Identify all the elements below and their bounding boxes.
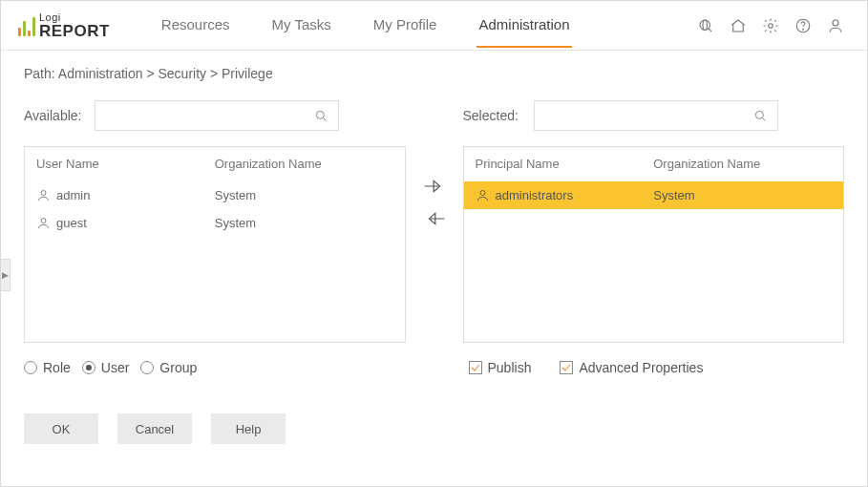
svg-line-1 (709, 29, 711, 32)
search-icon (313, 108, 328, 123)
row-name: admin (56, 188, 90, 202)
move-right-icon[interactable] (423, 177, 446, 196)
selected-search[interactable] (534, 100, 778, 131)
check-advanced-properties[interactable]: Advanced Properties (560, 360, 703, 375)
svg-point-13 (480, 191, 485, 196)
svg-line-8 (324, 118, 327, 121)
available-panel: Available: User Name Organization Name a… (24, 100, 406, 343)
options-row: RoleUserGroup PublishAdvanced Properties (24, 360, 844, 375)
button-row: OK Cancel Help (24, 413, 844, 444)
radio-label: User (101, 360, 130, 375)
person-icon (476, 188, 490, 202)
svg-point-6 (833, 20, 838, 26)
help-button[interactable]: Help (211, 413, 286, 444)
row-org: System (215, 188, 393, 202)
selected-panel: Selected: Principal Name Organization Na… (463, 100, 845, 343)
transfer-buttons (419, 177, 450, 228)
svg-point-11 (755, 111, 763, 118)
nav-resources[interactable]: Resources (159, 3, 232, 48)
privileges-checks: PublishAdvanced Properties (457, 360, 845, 375)
radio-dot-icon (24, 361, 37, 374)
radio-label: Group (159, 360, 197, 375)
radio-user[interactable]: User (82, 360, 130, 375)
available-row[interactable]: adminSystem (25, 181, 405, 209)
move-left-icon[interactable] (423, 209, 446, 228)
gear-icon[interactable] (762, 17, 779, 34)
user-icon[interactable] (827, 17, 844, 34)
breadcrumb: Path: Administration > Security > Privil… (24, 66, 844, 81)
radio-label: Role (43, 360, 71, 375)
nav-administration[interactable]: Administration (476, 3, 571, 48)
topbar-icons (697, 17, 844, 34)
check-label: Publish (488, 360, 532, 375)
row-org: System (215, 216, 393, 230)
available-header-org: Organization Name (215, 157, 393, 171)
svg-line-12 (762, 118, 765, 121)
svg-point-9 (41, 191, 46, 196)
checkbox-icon (469, 361, 482, 374)
home-icon[interactable] (730, 17, 747, 34)
svg-point-5 (803, 29, 804, 30)
logo-bars-icon (18, 15, 35, 36)
svg-point-0 (700, 20, 710, 31)
selected-header-name: Principal Name (476, 157, 654, 171)
ok-button[interactable]: OK (24, 413, 98, 444)
check-label: Advanced Properties (579, 360, 703, 375)
logo-bottom: REPORT (39, 23, 110, 39)
available-label: Available: (24, 108, 87, 123)
selected-header-org: Organization Name (653, 157, 832, 171)
selected-list: Principal Name Organization Name adminis… (463, 146, 845, 343)
available-header-name: User Name (36, 157, 215, 171)
radio-dot-icon (140, 361, 154, 374)
svg-point-2 (703, 20, 708, 31)
available-list: User Name Organization Name adminSystemg… (24, 146, 406, 343)
row-name: administrators (496, 188, 574, 202)
available-row[interactable]: guestSystem (25, 209, 405, 237)
checkbox-icon (560, 361, 573, 374)
top-bar: Logi REPORT ResourcesMy TasksMy ProfileA… (1, 1, 867, 51)
selected-header: Principal Name Organization Name (464, 147, 844, 181)
nav-my-profile[interactable]: My Profile (371, 3, 439, 48)
help-icon[interactable] (794, 17, 812, 34)
svg-point-7 (316, 111, 324, 118)
content: Path: Administration > Security > Privil… (1, 51, 867, 459)
cancel-button[interactable]: Cancel (117, 413, 192, 444)
search-globe-icon[interactable] (697, 17, 714, 34)
available-search[interactable] (95, 100, 339, 131)
radio-role[interactable]: Role (24, 360, 71, 375)
top-nav: ResourcesMy TasksMy ProfileAdministratio… (159, 3, 572, 48)
svg-point-10 (41, 219, 46, 223)
row-name: guest (56, 216, 87, 230)
person-icon (36, 216, 51, 230)
svg-point-3 (769, 23, 773, 28)
search-icon (752, 108, 768, 123)
radio-group[interactable]: Group (140, 360, 197, 375)
principal-type-radios: RoleUserGroup (24, 360, 400, 375)
check-publish[interactable]: Publish (469, 360, 532, 375)
person-icon (36, 188, 51, 202)
selected-label: Selected: (463, 108, 526, 123)
nav-my-tasks[interactable]: My Tasks (270, 3, 333, 48)
logo: Logi REPORT (18, 12, 110, 39)
row-org: System (653, 188, 832, 202)
radio-dot-icon (82, 361, 95, 374)
dual-panels: Available: User Name Organization Name a… (24, 100, 844, 343)
selected-row[interactable]: administratorsSystem (464, 181, 844, 209)
available-header: User Name Organization Name (25, 147, 405, 181)
logo-top: Logi (39, 12, 110, 23)
